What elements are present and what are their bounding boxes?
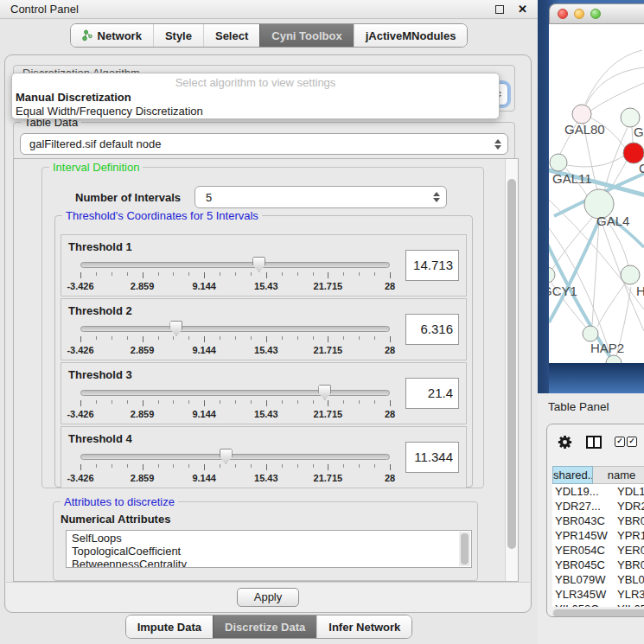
network-node[interactable] [572, 105, 591, 124]
number-of-intervals-combobox[interactable]: 5 [194, 186, 447, 208]
select-columns-icon[interactable]: ✓ ✓ [615, 437, 637, 447]
cell: YLR34 [613, 587, 644, 602]
settings-scroll-area: Interval Definition Number of Intervals … [13, 158, 519, 582]
dropdown-prompt[interactable]: Select algorithm to view settings [12, 73, 499, 89]
horizontal-scrollbar[interactable] [552, 609, 644, 617]
threshold-slider[interactable]: -3.4262.8599.14415.4321.71528 [80, 322, 390, 359]
table-row[interactable]: YLR345WYLR34 [552, 587, 644, 602]
list-item[interactable]: TopologicalCoefficient [72, 545, 471, 558]
node-table[interactable]: shared... name YDL19...YDL19 YDR27...YDR… [552, 466, 644, 607]
slider-thumb[interactable] [318, 385, 331, 400]
slider-ticks [80, 272, 390, 279]
node-label: GCY1 [549, 284, 577, 298]
tab-label: jActiveMNodules [366, 29, 456, 42]
close-traffic-light[interactable] [558, 9, 568, 19]
slider-tick-labels: -3.4262.8599.14415.4321.71528 [80, 409, 390, 419]
tab-discretize-data[interactable]: Discretize Data [213, 615, 316, 638]
tab-network[interactable]: Network [71, 24, 153, 47]
slider-thumb[interactable] [220, 449, 233, 464]
table-row[interactable]: YIL052CYIL05 [552, 602, 644, 607]
zoom-traffic-light[interactable] [590, 9, 601, 19]
table-data-combobox[interactable]: galFiltered.sif default node [20, 133, 508, 155]
apply-bar: Apply [6, 582, 530, 612]
slider-tick-labels: -3.4262.8599.14415.4321.71528 [80, 473, 390, 483]
tab-jactivemnodules[interactable]: jActiveMNodules [354, 24, 468, 47]
tab-infer-network[interactable]: Infer Network [316, 615, 411, 638]
table-panel-title: Table Panel [538, 393, 644, 420]
table-frame: ✓ ✓ shared... name YDL19...YDL19 YDR27..… [546, 424, 644, 617]
slider-track[interactable] [80, 454, 390, 460]
scrollbar-thumb[interactable] [553, 609, 644, 617]
cell: YBR04 [613, 558, 644, 572]
slider-track[interactable] [80, 390, 390, 396]
apply-button[interactable]: Apply [237, 588, 299, 607]
list-item[interactable]: BetweennessCentrality [72, 558, 471, 568]
numerical-attributes-list[interactable]: SelfLoops TopologicalCoefficient Between… [66, 530, 472, 568]
thresholds-group: Threshold's Coordinates for 5 Intervals … [54, 215, 473, 488]
network-node[interactable] [549, 267, 555, 283]
network-window-titlebar [549, 3, 644, 24]
tab-cyni-toolbox[interactable]: Cyni Toolbox [259, 24, 353, 47]
slider-thumb[interactable] [252, 257, 265, 272]
threshold-slider[interactable]: -3.4262.8599.14415.4321.71528 [80, 386, 390, 423]
tab-select[interactable]: Select [203, 24, 259, 47]
tab-label: Discretize Data [225, 621, 305, 634]
threshold-slider[interactable]: -3.4262.8599.14415.4321.71528 [80, 450, 390, 487]
network-node[interactable] [621, 265, 640, 284]
slider-track[interactable] [80, 262, 390, 268]
tab-label: Infer Network [328, 621, 400, 634]
cell: YDR27 [613, 499, 644, 513]
column-header-shared-name[interactable]: shared... [552, 466, 593, 484]
slider-track[interactable] [80, 326, 390, 332]
cell: YIL052C [552, 602, 613, 607]
minimize-traffic-light[interactable] [574, 9, 584, 19]
table-row[interactable]: YBR043CYBR04 [552, 513, 644, 528]
table-row[interactable]: YDL19...YDL19 [552, 484, 644, 499]
group-title: Threshold's Coordinates for 5 Intervals [62, 209, 262, 222]
float-window-icon[interactable] [495, 5, 504, 14]
panel-title: Control Panel [10, 3, 495, 16]
tab-label: Impute Data [137, 621, 201, 634]
tab-impute-data[interactable]: Impute Data [126, 615, 213, 638]
close-icon[interactable]: ✕ [518, 3, 527, 16]
table-data-value: galFiltered.sif default node [29, 134, 161, 154]
node-label: GAL11 [552, 171, 592, 186]
table-row[interactable]: YPR145WYPR14 [552, 528, 644, 543]
bottom-tab-group: Impute Data Discretize Data Infer Networ… [125, 615, 413, 639]
column-header-name[interactable]: name [593, 466, 644, 484]
bottom-tabbar: Impute Data Discretize Data Infer Networ… [0, 615, 538, 639]
table-row[interactable]: YBR045CYBR04 [552, 558, 644, 572]
tab-label: Select [215, 29, 248, 42]
gear-icon[interactable] [557, 434, 573, 450]
slider-ticks [80, 464, 390, 471]
threshold-value-field[interactable]: 11.344 [405, 442, 459, 473]
tab-style[interactable]: Style [153, 24, 203, 47]
vertical-scrollbar[interactable] [505, 159, 518, 581]
threshold-slider[interactable]: -3.4262.8599.14415.4321.71528 [80, 258, 390, 295]
slider-thumb[interactable] [169, 321, 182, 336]
scrollbar-thumb[interactable] [461, 533, 469, 564]
dropdown-option-manual-discretization[interactable]: Manual Discretization [12, 91, 499, 105]
network-view-canvas[interactable]: GAL80GACGAL11GAL4GCY1HHAP2 [549, 24, 644, 363]
list-scrollbar[interactable] [459, 532, 470, 566]
group-title: Attributes to discretize [61, 495, 178, 508]
table-row[interactable]: YER054CYER05 [552, 543, 644, 558]
table-row[interactable]: YBL079WYBL07 [552, 572, 644, 587]
cell: YER05 [613, 543, 644, 558]
table-row[interactable]: YDR27...YDR27 [552, 499, 644, 513]
split-columns-icon[interactable] [586, 436, 602, 449]
cell: YLR345W [552, 587, 613, 602]
scrollbar-thumb[interactable] [507, 179, 516, 549]
threshold-value-field[interactable]: 6.316 [405, 314, 459, 345]
list-item[interactable]: SelfLoops [72, 532, 471, 545]
threshold-value-field[interactable]: 14.713 [405, 250, 459, 281]
cell: YDL19... [552, 484, 613, 499]
cell: YIL05 [613, 602, 644, 607]
threshold-value-field[interactable]: 21.4 [405, 378, 459, 409]
dropdown-option-equal-width-frequency[interactable]: Equal Width/Frequency Discretization [12, 105, 499, 118]
threshold-label: Threshold 3 [68, 368, 132, 381]
node-label: H [636, 284, 644, 298]
threshold-panel: Threshold 2 -3.4262.8599.14415.4321.7152… [61, 298, 467, 360]
network-node[interactable] [550, 154, 567, 171]
network-node[interactable] [583, 326, 598, 341]
